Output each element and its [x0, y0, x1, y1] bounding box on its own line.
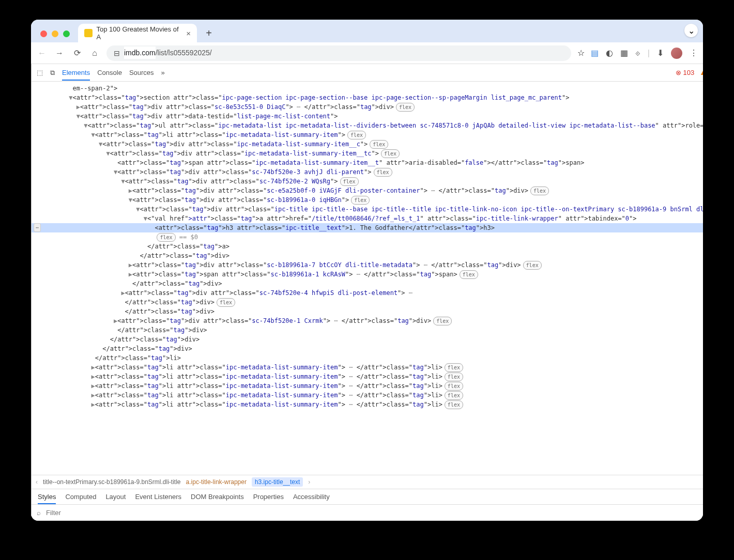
forward-button[interactable]: →: [54, 49, 65, 58]
tab-accessibility[interactable]: Accessibility: [293, 493, 330, 501]
tab-properties[interactable]: Properties: [253, 493, 284, 501]
tab-elements[interactable]: Elements: [62, 69, 90, 81]
tab-styles[interactable]: Styles: [38, 493, 56, 504]
browser-tab[interactable]: Top 100 Greatest Movies of A ×: [78, 24, 197, 42]
inspect-element-icon[interactable]: ⬚: [37, 69, 43, 76]
window-controls: [37, 30, 74, 42]
ext-icon[interactable]: ◐: [606, 48, 613, 58]
close-tab-icon[interactable]: ×: [186, 29, 191, 38]
tab-dom-breakpoints[interactable]: DOM Breakpoints: [191, 493, 244, 501]
tab-console[interactable]: Console: [97, 69, 122, 76]
filter-icon: ⌕: [37, 509, 41, 517]
minimize-window[interactable]: [52, 30, 58, 37]
tab-computed[interactable]: Computed: [65, 493, 96, 501]
favicon: [84, 29, 93, 37]
download-icon[interactable]: ⬇: [657, 48, 664, 58]
styles-filter-input[interactable]: [46, 509, 703, 517]
reload-button[interactable]: ⟳: [71, 48, 83, 58]
devtools-tabs: ⬚ ⧉ Elements Console Sources » ⊗ 103 ▲ 1…: [32, 64, 703, 82]
site-info-icon[interactable]: ⊟: [114, 49, 120, 57]
url-field[interactable]: ⊟ imdb.com/list/ls055592025/: [106, 45, 571, 61]
device-toggle-icon[interactable]: ⧉: [50, 69, 55, 77]
more-tabs-icon[interactable]: »: [161, 69, 165, 76]
tab-bar: Top 100 Greatest Movies of A × + ⌄: [31, 20, 703, 42]
new-tab-button[interactable]: +: [201, 25, 217, 41]
tab-title: Top 100 Greatest Movies of A: [97, 25, 182, 41]
browser-window: Top 100 Greatest Movies of A × + ⌄ ← → ⟳…: [31, 20, 703, 521]
content-area: Thanks guys and don't forget to LIKE & c…: [31, 64, 703, 521]
ext-icon[interactable]: ▦: [620, 48, 628, 58]
extensions-icon[interactable]: ⟐: [635, 49, 640, 58]
warning-count[interactable]: ▲ 1795: [699, 69, 703, 76]
styles-tabs: Styles Computed Layout Event Listeners D…: [32, 489, 703, 504]
back-button[interactable]: ←: [36, 49, 48, 58]
extension-icons: ▤ ◐ ▦ ⟐ | ⬇ ⋮: [591, 48, 698, 59]
tab-layout[interactable]: Layout: [105, 493, 126, 501]
breadcrumb[interactable]: ‹ title--on-textPrimary.sc-b189961a-9.bn…: [32, 475, 703, 489]
tabs-dropdown[interactable]: ⌄: [684, 24, 698, 37]
close-window[interactable]: [40, 30, 47, 37]
ext-icon[interactable]: ▤: [591, 48, 599, 58]
address-bar: ← → ⟳ ⌂ ⊟ imdb.com/list/ls055592025/ ☆ ▤…: [31, 42, 703, 64]
dom-tree[interactable]: em--span-2"> ▼<attr">class="tag">section…: [32, 82, 703, 475]
devtools-panel: ⬚ ⧉ Elements Console Sources » ⊗ 103 ▲ 1…: [31, 64, 703, 521]
home-button[interactable]: ⌂: [89, 49, 100, 58]
tab-sources[interactable]: Sources: [129, 69, 154, 76]
error-count[interactable]: ⊗ 103: [676, 69, 694, 76]
maximize-window[interactable]: [63, 30, 70, 37]
profile-avatar[interactable]: [671, 48, 682, 59]
styles-filter-row: ⌕ :hov .cls + ▤ ▣: [32, 504, 703, 521]
tab-event-listeners[interactable]: Event Listeners: [135, 493, 181, 501]
menu-icon[interactable]: ⋮: [690, 48, 698, 58]
bookmark-icon[interactable]: ☆: [577, 48, 585, 58]
